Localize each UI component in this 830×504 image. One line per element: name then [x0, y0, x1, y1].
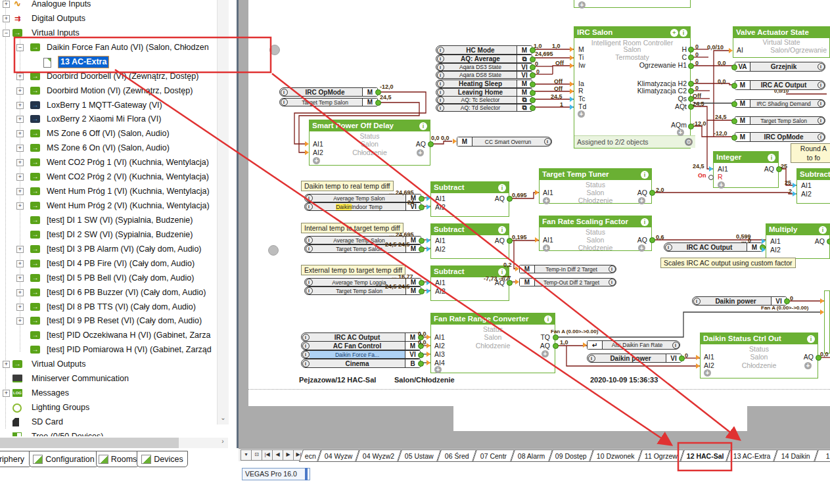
tree-item[interactable]: +→MS Zone 6 Off (VI) (Salon, Audio)	[0, 127, 228, 140]
diagram-page-2[interactable]	[453, 406, 747, 431]
tree-vscrollbar[interactable]: ⌄	[217, 0, 229, 424]
add-port-button[interactable]: +	[718, 181, 725, 189]
ref-target-temp-salon[interactable]: Target Temp SalonM	[279, 98, 378, 106]
expand-toggle[interactable]: −	[16, 44, 24, 51]
page-tab-08-alarm[interactable]: 08 Alarm	[511, 449, 553, 462]
ref-target-temp-salon[interactable]: MTarget Temp Salon	[735, 116, 825, 125]
page-tab-11-ogrzew[interactable]: 11 Ogrzew	[638, 449, 684, 462]
add-port-button[interactable]: +	[417, 149, 424, 156]
ref-aqara-ds8[interactable]: Aqara DS8 StateVI	[436, 71, 532, 79]
tree-item[interactable]: +→Went CO2 Próg 2 (VI) (Kuchnia, Wentyla…	[0, 171, 228, 183]
add-port-button[interactable]: +	[638, 197, 645, 204]
tree-item[interactable]: +→Doorbird Doorbell (VI) (Zewnątrz, Dost…	[0, 70, 228, 83]
expand-toggle[interactable]: +	[16, 317, 24, 325]
page-tab-13-ac-extra[interactable]: 13 AC-Extra	[726, 449, 777, 462]
tree-hscroll-thumb[interactable]	[0, 438, 179, 448]
page-nav-button[interactable]: ▶	[283, 449, 294, 461]
info-icon[interactable]: i	[498, 226, 506, 234]
block-cutoff-top[interactable]: +	[574, 0, 691, 8]
scroll-right-button[interactable]: ›	[218, 438, 228, 448]
add-port-button[interactable]: +	[543, 244, 550, 252]
page-tab-04-wyzw[interactable]: 04 Wyzw	[317, 449, 359, 462]
tree-item[interactable]: Miniserver Communication	[0, 373, 228, 385]
ref-irc-ac-output[interactable]: IRC AC OutputM	[301, 332, 421, 342]
ref-temp-out-diff[interactable]: MTemp-Out Diff 2 Target	[519, 278, 616, 286]
tree-item[interactable]: +→[test] DI 4 PB Fire (VI) (Cały dom, Au…	[0, 258, 228, 270]
expand-toggle[interactable]: +	[3, 15, 10, 22]
add-port-button[interactable]: +	[542, 350, 549, 357]
info-icon[interactable]: i	[768, 154, 775, 162]
page-tab-12-hac-sal[interactable]: 12 HAC-Sal	[680, 449, 730, 462]
sidebar-tab-configuration[interactable]: Configuration	[29, 451, 99, 467]
add-port-button[interactable]: +	[677, 129, 684, 136]
page-tab-07-centr[interactable]: 07 Centr	[473, 449, 515, 462]
expand-toggle[interactable]: −	[3, 30, 10, 37]
add-port-button[interactable]: +	[578, 1, 586, 9]
expand-toggle[interactable]: +	[16, 159, 24, 166]
page-nav-button[interactable]: ⊡	[251, 449, 262, 461]
tree-item[interactable]: +→[test] DI 5 PB Bell (VI) (Cały dom, Au…	[0, 272, 228, 285]
ref-als-daikin-fan-rate[interactable]: ↵Als: Daikin Fan Rate	[587, 340, 680, 350]
tree-item[interactable]: +→[test] DI 3 PB Alarm (VI) (Cały dom, A…	[0, 243, 228, 256]
tree-item[interactable]: +→[test] DI 6 PB Buzzer (VI) (Cały dom, …	[0, 286, 228, 299]
page-nav-button[interactable]: ▾	[241, 449, 252, 461]
page-tab-09-dostęp[interactable]: 09 Dostęp	[549, 449, 593, 462]
page-tab-05-ustaw[interactable]: 05 Ustaw	[398, 449, 441, 462]
ref-cc-smart-overrun[interactable]: MCC Smart Overrun	[457, 137, 552, 147]
tree-item[interactable]: +→Went Hum Próg 1 (VI) (Kuchnia, Wentyla…	[0, 185, 228, 198]
expand-toggle[interactable]: +	[16, 275, 24, 282]
expand-toggle[interactable]: +	[16, 188, 24, 195]
add-port-button[interactable]: +	[704, 369, 711, 377]
info-icon[interactable]: i	[807, 335, 815, 343]
ref-cinema[interactable]: CinemaB	[301, 359, 421, 368]
page-tab-10-dzwonek[interactable]: 10 Dzwonek	[589, 449, 642, 462]
tree-item[interactable]: +∿Analogue Inputs	[0, 0, 228, 11]
tree-item[interactable]: Lighting Groups	[0, 401, 228, 414]
tree-item[interactable]: −→Virtual Inputs	[0, 27, 228, 39]
page-tab-04-wyzw2[interactable]: 04 Wyzw2	[356, 449, 402, 462]
add-port-button[interactable]: +	[578, 110, 585, 118]
tree-item[interactable]: +LOGMessages	[0, 387, 228, 400]
tree-item[interactable]: →[test] DI 1 SW (VI) (Sypialnia, Budzeni…	[0, 214, 228, 227]
expand-toggle[interactable]: +	[3, 390, 10, 397]
tree-item[interactable]: 13 AC-Extra	[0, 56, 228, 68]
page-nav-button[interactable]: ◀	[272, 449, 283, 461]
expand-toggle[interactable]: +	[16, 130, 24, 137]
expand-toggle[interactable]: +	[3, 1, 10, 8]
ref-temp-in-diff[interactable]: MTemp-In Diff 2 Target	[519, 265, 616, 273]
tree-item[interactable]: +→[test] DI 9 PB Reset (VI) (Cały dom, A…	[0, 315, 228, 327]
sidebar-tab-riphery[interactable]: riphery	[0, 451, 32, 467]
page-tab-06-śred[interactable]: 06 Śred	[437, 449, 476, 462]
assign-icon[interactable]: +	[670, 29, 678, 37]
add-port-button[interactable]: +	[638, 244, 645, 252]
block-cutoff-right[interactable]	[824, 290, 830, 354]
ref-aq-tc-selector[interactable]: AQ: Tc Selector⧉	[436, 96, 532, 104]
ref-grzejnik[interactable]: VAGrzejnik	[735, 62, 825, 72]
ref-ac-fan-control[interactable]: AC Fan ControlM	[301, 341, 421, 350]
scroll-down-button[interactable]: ⌄	[218, 414, 229, 424]
tree-item[interactable]: +→Went CO2 Próg 1 (VI) (Kuchnia, Wentyla…	[0, 156, 228, 169]
ref-irc-opmode[interactable]: MIRC OpMode	[735, 132, 825, 142]
expand-toggle[interactable]: +	[16, 145, 24, 152]
expand-toggle[interactable]: +	[16, 116, 24, 123]
tree-item[interactable]: →[test] PID Pomiarowa H (VI) (Gabinet, Z…	[0, 344, 228, 356]
ref-daikin-force-fan[interactable]: Daikin Force Fa...VI	[301, 350, 421, 359]
gear-icon[interactable]: ⚙	[685, 138, 693, 146]
expand-toggle[interactable]: +	[16, 73, 24, 80]
ref-heating-sleep[interactable]: Heating SleepM	[436, 80, 532, 88]
expand-toggle[interactable]: +	[16, 289, 24, 296]
tree-item[interactable]: +→LoxBerry 1 MQTT-Gateway (VI)	[0, 99, 228, 112]
expand-toggle[interactable]: +	[16, 173, 24, 181]
info-icon[interactable]: i	[498, 184, 506, 192]
info-icon[interactable]: i	[641, 171, 649, 179]
ref-hc-mode[interactable]: HC ModeM	[436, 45, 532, 55]
page-nav-button[interactable]: |◀	[262, 449, 273, 461]
tree-item[interactable]: →[test] PID Oczekiwana H (VI) (Gabinet, …	[0, 329, 228, 342]
ref-irc-ac-output[interactable]: IRC AC OutputM	[664, 242, 762, 252]
expand-toggle[interactable]: +	[16, 87, 24, 95]
expand-toggle[interactable]: +	[16, 246, 24, 253]
info-icon[interactable]: i	[419, 122, 427, 130]
expand-toggle[interactable]: +	[16, 260, 24, 267]
add-port-button[interactable]: +	[804, 362, 812, 369]
tree-item[interactable]: +→[test] DI 8 PB TTS (VI) (Cały dom, Aud…	[0, 301, 228, 313]
